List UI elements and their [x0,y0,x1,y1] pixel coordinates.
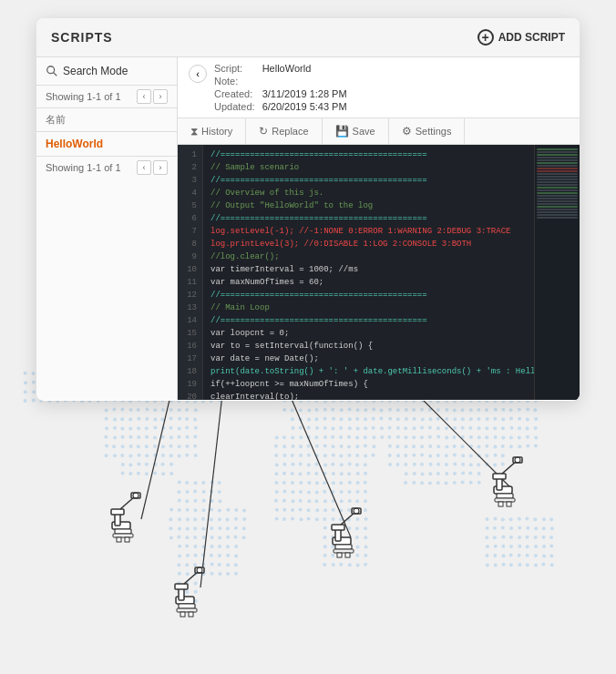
clock-icon: ⧗ [190,125,198,138]
robot-arm-4 [171,560,231,623]
note-label: Note: [214,76,255,87]
column-header: 名前 [36,108,177,132]
showing-text-2: Showing 1-1 of 1 [46,162,121,173]
next-page-button[interactable]: › [153,89,168,104]
robot-arm-3 [489,450,549,513]
back-nav-button[interactable]: ‹ [189,65,207,83]
svg-rect-44 [180,612,185,617]
robot-arm-2 [328,501,387,564]
code-content: 1234567891011121314151617181920212223242… [178,145,580,400]
svg-rect-32 [497,494,513,498]
svg-rect-13 [113,534,133,537]
svg-rect-33 [495,498,515,502]
minimap [534,145,580,400]
svg-rect-28 [493,474,506,479]
tab-history[interactable]: ⧗ History [178,118,246,144]
script-info: ‹ Script: HelloWorld Note: Created: 3/11… [178,57,580,118]
prev-page-button-2[interactable]: ‹ [137,160,151,175]
right-content: ‹ Script: HelloWorld Note: Created: 3/11… [178,57,580,400]
panel-header: SCRIPTS + ADD SCRIPT [36,18,580,57]
svg-rect-14 [117,537,121,542]
pagination-arrows-bottom: ‹ › [137,160,168,175]
svg-rect-35 [507,502,511,506]
code-editor[interactable]: 1234567891011121314151617181920212223242… [178,145,580,400]
svg-rect-24 [337,553,342,557]
svg-rect-43 [177,608,197,612]
updated-value: 6/20/2019 5:43 PM [262,101,347,112]
tab-save-label: Save [353,126,375,137]
panel-content: Search Mode Showing 1-1 of 1 ‹ › 名前 Hell… [36,57,580,400]
svg-rect-25 [345,553,350,557]
script-label: Script: [214,63,255,74]
add-script-label: ADD SCRIPT [498,31,565,44]
prev-page-button[interactable]: ‹ [137,89,151,104]
showing-text: Showing 1-1 of 1 [46,91,121,102]
svg-rect-12 [115,529,131,534]
save-icon: 💾 [335,125,349,138]
panel-title: SCRIPTS [51,30,113,45]
next-page-button-2[interactable]: › [153,160,168,175]
info-grid: Script: HelloWorld Note: Created: 3/11/2… [214,63,347,112]
plus-icon: + [477,29,494,46]
svg-rect-15 [125,537,129,542]
tab-settings[interactable]: ⚙ Settings [389,118,466,144]
svg-rect-23 [334,549,354,553]
svg-rect-42 [179,604,195,608]
pagination-row-bottom: Showing 1-1 of 1 ‹ › [36,156,177,179]
search-bar: Search Mode [36,57,177,86]
add-script-button[interactable]: + ADD SCRIPT [477,29,565,46]
svg-line-5 [54,73,57,77]
script-item-helloworld[interactable]: HelloWorld [36,132,177,156]
line-numbers: 1234567891011121314151617181920212223242… [178,145,203,400]
replace-icon: ↻ [259,125,268,138]
note-value [262,76,347,87]
tabs-bar: ⧗ History ↻ Replace 💾 Save ⚙ Settings [178,118,580,145]
svg-rect-18 [332,525,344,530]
code-lines: //======================================… [203,145,534,400]
tab-save[interactable]: 💾 Save [323,118,389,144]
svg-rect-34 [498,502,503,506]
svg-rect-8 [111,509,124,515]
svg-rect-45 [189,612,193,617]
gear-icon: ⚙ [402,125,412,138]
svg-point-4 [47,66,55,74]
tab-replace-label: Replace [272,126,308,137]
search-icon [46,65,58,77]
left-sidebar: Search Mode Showing 1-1 of 1 ‹ › 名前 Hell… [36,57,178,400]
tab-history-label: History [201,126,232,137]
svg-rect-22 [335,545,352,549]
search-mode-label: Search Mode [63,65,128,77]
tab-replace[interactable]: ↻ Replace [246,118,322,144]
pagination-arrows-top: ‹ › [137,89,168,104]
tab-settings-label: Settings [416,126,452,137]
created-value: 3/11/2019 1:28 PM [262,88,347,99]
script-value: HelloWorld [262,63,347,74]
updated-label: Updated: [214,101,255,112]
main-panel: SCRIPTS + ADD SCRIPT Search Mode Showing… [36,18,580,401]
svg-rect-38 [175,584,188,589]
created-label: Created: [214,88,255,99]
robot-arm-1 [108,485,167,548]
pagination-row-top: Showing 1-1 of 1 ‹ › [36,86,177,108]
